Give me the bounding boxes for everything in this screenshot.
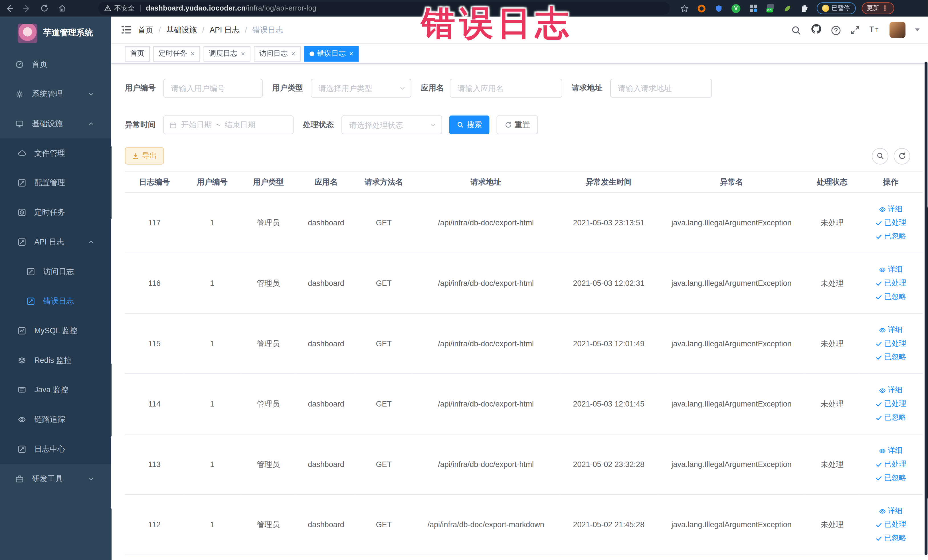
process-status-select[interactable]: [342, 116, 442, 134]
app-logo-row[interactable]: 芋道管理系统: [0, 17, 111, 50]
address-bar[interactable]: 不安全 dashboard.yudao.iocoder.cn/infra/log…: [98, 2, 670, 15]
browser-home-icon[interactable]: [53, 1, 71, 15]
sidebar-item-error-logs[interactable]: 错误日志: [0, 287, 111, 316]
processed-link[interactable]: 已处理: [875, 339, 906, 349]
extension-green-v-icon[interactable]: V: [728, 4, 745, 12]
toggle-search-button[interactable]: [872, 148, 888, 164]
processed-link[interactable]: 已处理: [875, 399, 906, 409]
table-cell: dashboard: [296, 434, 356, 495]
exception-time-range-picker[interactable]: 开始日期 ~ 结束日期: [163, 116, 293, 134]
extension-leaf-icon[interactable]: [779, 5, 796, 12]
breadcrumb-api-logs[interactable]: API 日志: [210, 24, 240, 35]
export-button[interactable]: 导出: [125, 148, 164, 165]
sidebar-item-mysql-monitor[interactable]: MySQL 监控: [0, 316, 111, 346]
table-cell: GET: [356, 253, 412, 314]
refresh-table-button[interactable]: [894, 148, 910, 164]
table-cell: java.lang.IllegalArgumentException: [658, 434, 806, 495]
table-cell: dashboard: [296, 374, 356, 434]
tab-dispatch-logs[interactable]: 调度日志×: [204, 46, 250, 61]
ignored-link[interactable]: 已忽略: [875, 473, 906, 483]
request-url-input[interactable]: [610, 79, 712, 98]
sidebar-item-log-center[interactable]: 日志中心: [0, 435, 111, 464]
sidebar-item-link-tracing[interactable]: 链路追踪: [0, 405, 111, 435]
sidebar-item-system[interactable]: 系统管理: [0, 79, 111, 109]
detail-link[interactable]: 详细: [879, 446, 903, 456]
github-icon[interactable]: [811, 23, 821, 37]
ignored-link[interactable]: 已忽略: [875, 412, 906, 423]
breadcrumb-home[interactable]: 首页: [138, 24, 153, 35]
detail-link[interactable]: 详细: [879, 385, 903, 395]
sidebar-item-infrastructure[interactable]: 基础设施: [0, 109, 111, 139]
sidebar-item-scheduled-tasks[interactable]: 定时任务: [0, 198, 111, 227]
ignored-link[interactable]: 已忽略: [875, 533, 906, 543]
user-id-input[interactable]: [163, 79, 263, 98]
sidebar-item-config-management[interactable]: 配置管理: [0, 168, 111, 198]
search-button[interactable]: 搜索: [449, 116, 490, 134]
table-cell: java.lang.IllegalArgumentException: [658, 494, 806, 555]
table-cell: 管理员: [240, 494, 296, 555]
security-label: 不安全: [114, 4, 135, 12]
exception-time-label: 异常时间: [125, 119, 163, 130]
tab-scheduled-tasks[interactable]: 定时任务×: [153, 46, 200, 61]
processed-link[interactable]: 已处理: [875, 218, 906, 227]
extension-on-badge-icon[interactable]: on: [762, 4, 779, 12]
table-cell-actions: 详细已处理已忽略: [859, 314, 923, 374]
font-size-icon[interactable]: TT: [870, 24, 880, 36]
sidebar-item-dev-tools[interactable]: 研发工具: [0, 464, 111, 493]
ignored-link[interactable]: 已忽略: [875, 292, 906, 302]
user-id-label: 用户编号: [125, 83, 163, 93]
table-cell-actions: 详细已处理已忽略: [859, 192, 923, 253]
processed-link[interactable]: 已处理: [875, 278, 906, 288]
document-edit-icon: [18, 445, 26, 453]
table-row: 1151管理员dashboardGET/api/infra/db-doc/exp…: [125, 314, 923, 374]
processed-link[interactable]: 已处理: [875, 459, 906, 469]
scrollbar-thumb[interactable]: [925, 62, 927, 555]
table-cell: /api/infra/db-doc/export-html: [412, 374, 560, 434]
chart-icon: [18, 327, 26, 335]
sidebar-item-api-logs[interactable]: API 日志: [0, 227, 111, 257]
paused-badge[interactable]: 已暂停: [817, 2, 856, 14]
extensions-puzzle-icon[interactable]: [796, 5, 813, 12]
breadcrumb-infrastructure[interactable]: 基础设施: [166, 24, 197, 35]
close-icon[interactable]: ×: [349, 49, 353, 58]
header-search-icon[interactable]: [791, 24, 801, 35]
sidebar-item-home[interactable]: 首页: [0, 50, 111, 79]
close-icon[interactable]: ×: [191, 49, 195, 58]
browser-back-icon[interactable]: [0, 1, 18, 15]
user-type-select[interactable]: [311, 79, 411, 98]
detail-link[interactable]: 详细: [879, 204, 903, 214]
ignored-link[interactable]: 已忽略: [875, 352, 906, 362]
extension-grid-icon[interactable]: [745, 4, 762, 12]
tab-error-logs[interactable]: 错误日志×: [304, 46, 359, 61]
extension-orange-icon[interactable]: [693, 5, 710, 12]
browser-reload-icon[interactable]: [35, 1, 53, 15]
ignored-link[interactable]: 已忽略: [875, 231, 906, 241]
screen-icon: [18, 386, 26, 394]
sidebar-item-file-management[interactable]: 文件管理: [0, 138, 111, 168]
update-button[interactable]: 更新⋮: [862, 2, 894, 14]
bookmark-star-icon[interactable]: [676, 4, 693, 12]
sidebar-item-java-monitor[interactable]: Java 监控: [0, 375, 111, 405]
close-icon[interactable]: ×: [291, 49, 296, 58]
fullscreen-icon[interactable]: [850, 24, 860, 35]
processed-link[interactable]: 已处理: [875, 519, 906, 529]
help-icon[interactable]: [831, 24, 841, 35]
sidebar-item-access-logs[interactable]: 访问日志: [0, 257, 111, 287]
tab-access-logs[interactable]: 访问日志×: [254, 46, 301, 61]
detail-link[interactable]: 详细: [879, 264, 903, 275]
close-icon[interactable]: ×: [241, 49, 245, 58]
user-avatar[interactable]: [890, 22, 905, 38]
detail-link[interactable]: 详细: [879, 506, 903, 516]
browser-menu-dots-icon[interactable]: ⋮: [882, 4, 888, 12]
sidebar-item-redis-monitor[interactable]: Redis 监控: [0, 346, 111, 375]
hamburger-icon[interactable]: [111, 25, 138, 34]
reset-button[interactable]: 重置: [497, 116, 538, 134]
user-menu-caret-icon[interactable]: [915, 29, 920, 31]
browser-forward-icon[interactable]: [18, 1, 35, 15]
tab-home[interactable]: 首页: [125, 46, 150, 61]
extension-shield-icon[interactable]: [710, 5, 728, 12]
check-icon: [875, 461, 882, 468]
app-name-input[interactable]: [450, 79, 562, 98]
detail-link[interactable]: 详细: [879, 325, 903, 335]
omnibox-divider: [140, 5, 140, 12]
